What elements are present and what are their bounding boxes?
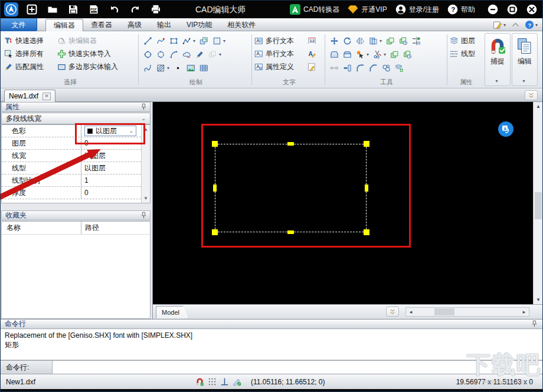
dropdown-arrow-icon[interactable]: ▾ — [384, 52, 386, 57]
ribbon-button-tray-alt[interactable] — [341, 49, 354, 61]
ribbon-button-trim[interactable] — [371, 49, 384, 61]
ribbon-button-mtext[interactable]: A多行文本 — [254, 34, 305, 47]
scroll-left-icon[interactable]: ◂ — [406, 308, 416, 316]
drawing-canvas[interactable]: A — [153, 102, 533, 304]
property-value[interactable]: 1 — [81, 174, 150, 186]
undo-button[interactable] — [107, 2, 122, 17]
menu-tab-VIP功能[interactable]: VIP功能 — [179, 18, 220, 31]
horizontal-scrollbar[interactable]: ◂ ▸ — [405, 307, 529, 317]
ribbon-button-quick-select[interactable]: 快速选择 — [4, 34, 55, 47]
selected-rectangle-entity[interactable] — [215, 144, 367, 232]
ribbon-button-text-scale[interactable]: 12 — [308, 34, 324, 47]
ribbon-button-copy-time-alt[interactable] — [401, 49, 414, 61]
login-register-button[interactable]: 登录/注册 — [395, 4, 439, 15]
ribbon-button-rev-cloud[interactable] — [180, 49, 193, 61]
help-menu-button[interactable]: ?▾ — [525, 20, 538, 29]
ribbon-button-linetype[interactable]: 线型 — [450, 47, 483, 60]
dropdown-arrow-icon[interactable]: ▾ — [193, 38, 195, 44]
ribbon-big-button-magnet[interactable]: 捕捉▾ — [485, 33, 511, 86]
ribbon-button-chamfer[interactable] — [367, 62, 380, 74]
open-vip-button[interactable]: 开通VIP — [348, 4, 387, 15]
menu-tab-查看器[interactable]: 查看器 — [83, 18, 120, 31]
close-button[interactable] — [525, 2, 539, 17]
ribbon-button-group[interactable] — [380, 62, 392, 74]
help-button[interactable]: ?帮助 — [447, 4, 475, 15]
dropdown-arrow-icon[interactable]: ▾ — [167, 65, 169, 71]
ribbon-button-rotate[interactable] — [341, 35, 354, 47]
ortho-status-toggle[interactable] — [220, 377, 229, 386]
maximize-button[interactable] — [505, 2, 519, 17]
property-value[interactable]: 以图层 — [81, 162, 150, 174]
ribbon-button-spline[interactable] — [141, 62, 154, 74]
selection-grip[interactable] — [364, 141, 369, 147]
ribbon-button-arc[interactable] — [167, 49, 180, 61]
ribbon-button-text-style[interactable]: A — [308, 47, 324, 60]
ribbon-button-stext[interactable]: A单行文本 — [254, 47, 305, 60]
property-value[interactable]: 以图层 — [81, 150, 150, 162]
new-file-button[interactable] — [25, 2, 39, 17]
ribbon-button-import-entity[interactable]: 快速实体导入 — [57, 47, 136, 60]
ribbon-button-select-all[interactable]: 选择所有 — [4, 47, 55, 60]
app-logo-button[interactable] — [4, 2, 18, 17]
menu-tab-输出[interactable]: 输出 — [149, 18, 179, 31]
open-file-button[interactable] — [45, 2, 60, 17]
model-tab[interactable]: Model — [156, 306, 189, 318]
ribbon-button-edge[interactable] — [341, 62, 354, 74]
ribbon-button-region[interactable] — [210, 35, 223, 47]
ribbon-button-tiny-squares[interactable] — [328, 62, 341, 74]
ribbon-button-polygon-entity[interactable]: 多边形实体输入 — [57, 60, 136, 73]
selection-grip[interactable] — [212, 229, 218, 235]
ribbon-button-image[interactable] — [184, 62, 197, 74]
horizontal-scroll-thumb[interactable] — [434, 308, 454, 315]
file-menu-button[interactable]: 文件 — [1, 18, 37, 31]
ribbon-button-layer-add[interactable] — [392, 62, 405, 74]
snap-status-toggle[interactable] — [195, 377, 204, 386]
ribbon-button-tray[interactable] — [328, 49, 341, 61]
ribbon-button-hatch[interactable] — [154, 62, 167, 74]
menu-tab-高级[interactable]: 高级 — [120, 18, 149, 31]
dropdown-arrow-icon[interactable]: ▾ — [522, 78, 525, 84]
ribbon-button-text-edit[interactable] — [308, 60, 324, 73]
selection-grip[interactable] — [213, 185, 217, 192]
collapse-panel-button[interactable] — [525, 90, 538, 100]
ribbon-button-attr-def[interactable]: A属性定义 — [254, 60, 305, 73]
print-button[interactable] — [149, 2, 163, 17]
minimize-button[interactable] — [486, 2, 500, 17]
selection-grip[interactable] — [287, 142, 294, 146]
vertical-scroll-thumb[interactable] — [535, 192, 542, 219]
vertical-scrollbar[interactable]: ▲ ▼ — [533, 102, 542, 304]
menu-tab-相关软件[interactable]: 相关软件 — [220, 18, 263, 31]
ribbon-button-pick-point[interactable] — [354, 49, 367, 61]
ribbon-button-pen[interactable] — [193, 49, 206, 61]
scroll-down-icon[interactable]: ▼ — [143, 196, 148, 203]
dropdown-arrow-icon[interactable]: ▾ — [223, 38, 225, 44]
scroll-down-icon[interactable]: ▼ — [534, 295, 543, 304]
ribbon-big-button-edit-doc[interactable]: 编辑▾ — [512, 33, 538, 86]
pin-icon[interactable] — [140, 103, 148, 111]
ribbon-button-insert-block[interactable] — [197, 35, 210, 47]
dropdown-arrow-icon[interactable]: ▾ — [495, 78, 498, 84]
selection-grip[interactable] — [287, 230, 294, 234]
dropdown-arrow-icon[interactable]: ▾ — [367, 52, 369, 57]
dropdown-arrow-icon[interactable]: ▾ — [380, 38, 382, 44]
export-pdf-button[interactable]: PDF — [87, 2, 101, 17]
grid-status-toggle[interactable] — [208, 377, 217, 386]
ribbon-button-mirror[interactable] — [354, 35, 367, 47]
ribbon-button-point[interactable] — [171, 62, 184, 74]
collapse-panel-button[interactable] — [386, 307, 399, 317]
property-value[interactable]: 0 — [81, 187, 150, 199]
ribbon-button-fillet[interactable] — [354, 62, 367, 74]
ribbon-button-polyline[interactable] — [180, 35, 193, 47]
close-tab-icon[interactable]: ✕ — [42, 93, 51, 100]
ribbon-button-line[interactable] — [141, 35, 154, 47]
ribbon-button-table[interactable] — [197, 62, 210, 74]
save-file-button[interactable] — [66, 2, 80, 17]
ribbon-button-copy[interactable] — [384, 35, 397, 47]
ribbon-button-align[interactable] — [410, 35, 423, 47]
pin-icon[interactable] — [140, 212, 148, 219]
menu-tab-编辑器[interactable]: 编辑器 — [45, 19, 83, 31]
redo-button[interactable] — [128, 2, 142, 17]
scroll-right-icon[interactable]: ▸ — [519, 308, 529, 316]
selection-grip[interactable] — [212, 141, 218, 147]
selection-grip[interactable] — [364, 229, 369, 235]
